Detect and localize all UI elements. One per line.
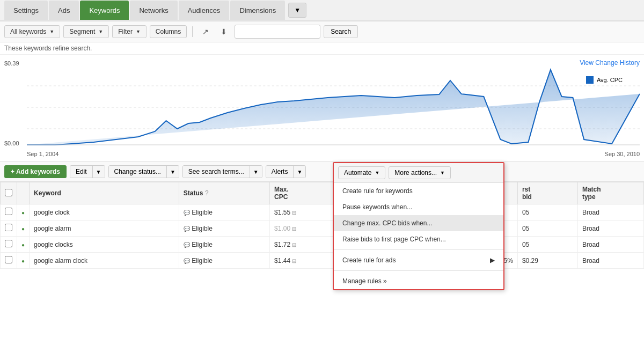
toolbar: All keywords ▼ Segment ▼ Filter ▼ Column… — [0, 21, 644, 42]
row-status-cell: 💬 Eligible — [179, 253, 269, 269]
col-bid-header: rstbid — [517, 182, 577, 204]
dropdown-item-manage-rules[interactable]: Manage rules » — [334, 273, 503, 289]
trend-icon: ⊟ — [292, 242, 296, 248]
table-row: ● google clock 💬 Eligible $1.55 ⊟ 38,658… — [1, 204, 644, 221]
more-actions-caret: ▼ — [440, 170, 445, 175]
chart-x-right: Sep 30, 2010 — [605, 151, 640, 157]
row-match-cell: Broad — [577, 221, 643, 237]
dropdown-divider-2 — [334, 270, 503, 271]
chart-y-bottom: $0.00 — [4, 140, 19, 146]
automate-dropdown-menu: Automate ▼ More actions... ▼ Create rule… — [333, 162, 504, 290]
row-match-cell: Broad — [577, 253, 643, 269]
tab-dimensions[interactable]: Dimensions — [230, 1, 285, 20]
change-status-btn[interactable]: Change status... — [109, 166, 166, 178]
select-all-checkbox[interactable] — [5, 189, 12, 196]
tab-networks[interactable]: Networks — [130, 1, 177, 20]
row-checkbox-cell — [1, 221, 17, 237]
automate-caret: ▼ — [375, 170, 379, 175]
row-status-dot-cell: ● — [17, 253, 30, 269]
edit-dropdown-arrow[interactable]: ▼ — [92, 166, 105, 178]
row-bid-cell: $0.29 — [517, 253, 577, 269]
dropdown-divider — [334, 249, 503, 250]
eligible-icon: 💬 — [184, 226, 190, 232]
view-change-history-link[interactable]: View Change History — [580, 59, 640, 67]
keywords-table-wrap: Keyword Status ? Max.CPC Clicks Impr. rs… — [0, 182, 644, 269]
change-status-split-btn: Change status... ▼ — [108, 165, 179, 178]
chart-x-left: Sep 1, 2004 — [27, 151, 58, 157]
change-status-arrow[interactable]: ▼ — [166, 166, 179, 178]
row-status-cell: 💬 Eligible — [179, 221, 269, 237]
nav-more-dropdown[interactable]: ▼ — [288, 3, 306, 18]
col-keyword-header: Keyword — [30, 182, 179, 204]
status-dot: ● — [21, 242, 25, 248]
col-match-header: Matchtype — [577, 182, 643, 204]
eligible-icon: 💬 — [184, 210, 190, 216]
alerts-btn[interactable]: Alerts — [266, 166, 294, 178]
submenu-arrow: ▶ — [490, 256, 495, 264]
row-match-cell: Broad — [577, 204, 643, 221]
dropdown-item-raise-bids[interactable]: Raise bids to first page CPC when... — [334, 231, 503, 247]
top-navigation: Settings Ads Keywords Networks Audiences… — [0, 0, 644, 21]
alerts-split-btn: Alerts ▼ — [266, 165, 306, 178]
tab-keywords[interactable]: Keywords — [80, 1, 129, 20]
trend-icon: ⊟ — [292, 258, 296, 264]
table-header-row: Keyword Status ? Max.CPC Clicks Impr. rs… — [1, 182, 644, 204]
dropdown-item-change-max-cpc[interactable]: Change max. CPC bids when... — [334, 215, 503, 231]
row-checkbox[interactable] — [5, 240, 12, 247]
row-checkbox[interactable] — [5, 208, 12, 215]
chart-svg — [27, 64, 640, 150]
row-keyword-cell: google clocks — [30, 237, 179, 253]
see-search-terms-arrow[interactable]: ▼ — [250, 166, 262, 178]
keywords-table: Keyword Status ? Max.CPC Clicks Impr. rs… — [0, 182, 644, 269]
dropdown-item-pause-keywords[interactable]: Pause keywords when... — [334, 199, 503, 215]
columns-btn[interactable]: Columns — [150, 25, 187, 38]
table-row: ● google clocks 💬 Eligible $1.72 ⊟ 1,458… — [1, 237, 644, 253]
row-bid-cell: 05 — [517, 221, 577, 237]
alerts-arrow[interactable]: ▼ — [293, 166, 305, 178]
eligible-icon: 💬 — [184, 242, 190, 248]
search-input[interactable] — [235, 25, 320, 39]
automate-btn[interactable]: Automate ▼ — [338, 166, 385, 179]
toolbar-sep — [192, 26, 193, 37]
chart-area: View Change History $0.39 $0.00 Sep 1, 2… — [0, 55, 644, 162]
edit-btn[interactable]: Edit — [70, 166, 92, 178]
table-row: ● google alarm clock 💬 Eligible $1.44 ⊟ … — [1, 253, 644, 269]
tab-audiences[interactable]: Audiences — [179, 1, 230, 20]
table-row: ● google alarm 💬 Eligible $1.00 ⊟ 1,968 … — [1, 221, 644, 237]
search-button[interactable]: Search — [324, 25, 358, 38]
row-status-cell: 💬 Eligible — [179, 204, 269, 221]
row-keyword-cell: google alarm — [30, 221, 179, 237]
row-checkbox-cell — [1, 237, 17, 253]
see-search-terms-split-btn: See search terms... ▼ — [182, 165, 262, 178]
see-search-terms-btn[interactable]: See search terms... — [183, 166, 250, 178]
row-checkbox-cell — [1, 253, 17, 269]
row-keyword-cell: google alarm clock — [30, 253, 179, 269]
row-keyword-cell: google clock — [30, 204, 179, 221]
row-status-cell: 💬 Eligible — [179, 237, 269, 253]
add-keywords-btn[interactable]: + Add keywords — [4, 165, 67, 178]
tab-ads[interactable]: Ads — [49, 1, 79, 20]
dropdown-item-create-rule-ads[interactable]: Create rule for ads ▶ — [334, 252, 503, 268]
row-match-cell: Broad — [577, 237, 643, 253]
legend-color-box — [586, 76, 594, 84]
filter-caret: ▼ — [136, 29, 141, 34]
segment-btn[interactable]: Segment ▼ — [63, 25, 109, 38]
eligible-icon: 💬 — [184, 258, 190, 264]
download-icon[interactable]: ⬇ — [216, 25, 231, 38]
all-keywords-btn[interactable]: All keywords ▼ — [4, 25, 60, 38]
row-checkbox[interactable] — [5, 256, 12, 263]
segment-caret: ▼ — [98, 29, 103, 34]
chart-y-top: $0.39 — [4, 60, 19, 67]
action-bar: + Add keywords Edit ▼ Change status... ▼… — [0, 162, 644, 182]
chart-icon[interactable]: ↗ — [198, 25, 213, 38]
dropdown-item-create-rule-keywords[interactable]: Create rule for keywords — [334, 183, 503, 199]
row-checkbox[interactable] — [5, 224, 12, 231]
status-dot: ● — [21, 258, 25, 264]
all-keywords-caret: ▼ — [49, 29, 54, 34]
tab-settings[interactable]: Settings — [4, 1, 48, 20]
row-bid-cell: 05 — [517, 204, 577, 221]
more-actions-btn[interactable]: More actions... ▼ — [389, 166, 451, 179]
filter-btn[interactable]: Filter ▼ — [112, 25, 147, 38]
trend-icon: ⊟ — [292, 210, 296, 216]
row-checkbox-cell — [1, 204, 17, 221]
